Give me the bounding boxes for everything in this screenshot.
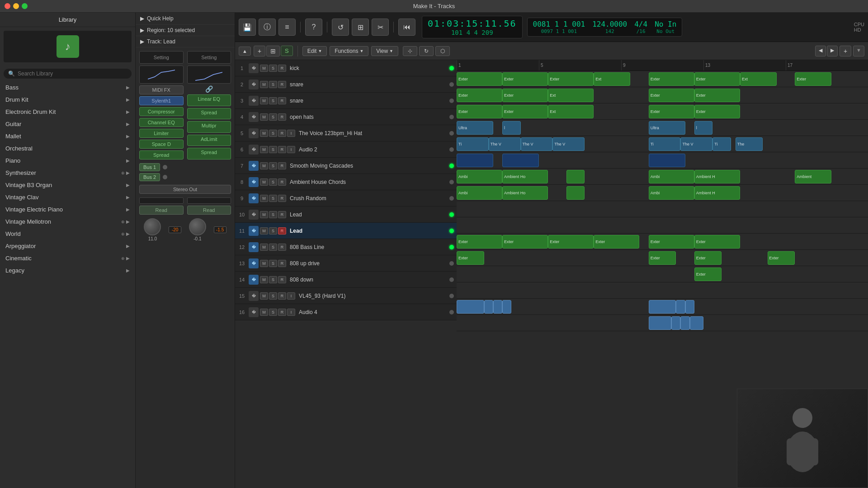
clip[interactable]: The V [489,137,521,151]
clip[interactable]: Ext [548,89,594,102]
record-btn[interactable]: R [278,97,286,104]
solo-btn[interactable]: S [269,65,277,72]
track-row[interactable]: 5 � M S R I The Voice 123bpm_Hi Hat [235,125,457,141]
mute-btn[interactable]: M [260,309,268,316]
loop-tool-btn[interactable]: ↻ [419,46,434,56]
library-item-electronic-drum-kit[interactable]: Electronic Drum Kit▶ [0,106,135,118]
clip[interactable] [457,300,484,314]
solo-btn[interactable]: S [269,309,277,316]
functions-btn[interactable]: Functions ▼ [330,46,368,56]
clip[interactable] [649,300,676,314]
track-header[interactable]: ▶ Track: Lead [136,36,235,47]
clip[interactable] [680,316,689,330]
track-row[interactable]: 10 � M S R Lead [235,206,457,223]
i-btn[interactable]: I [287,130,295,137]
clip[interactable] [671,316,680,330]
clip[interactable]: Ambient Ho [502,170,548,183]
solo-btn[interactable]: S [269,146,277,153]
clip[interactable]: Exter [502,235,548,249]
read2-btn[interactable]: Read [187,206,231,215]
library-item-bass[interactable]: Bass▶ [0,81,135,94]
clip[interactable]: Exter [694,251,722,265]
library-item-vintage-electric-piano[interactable]: Vintage Electric Piano▶ [0,203,135,216]
clip[interactable] [649,154,685,167]
clip[interactable]: Exter [457,89,502,102]
clip[interactable] [649,316,672,330]
clip[interactable]: The [736,137,763,151]
clip[interactable] [685,300,694,314]
clip[interactable]: Ti [649,137,681,151]
clip[interactable] [502,154,539,167]
library-item-vintage-mellotron[interactable]: Vintage Mellotron⊕▶ [0,216,135,228]
adlimit-btn[interactable]: AdLimit [187,135,231,146]
clip[interactable]: Ambi [649,186,694,200]
clip[interactable]: Exter [502,89,548,102]
mute-btn[interactable]: M [260,227,268,235]
stereo-out-btn[interactable]: Stereo Out [139,185,231,194]
close-button[interactable] [5,3,10,9]
track-row[interactable]: 16 � M S R I Audio 4 [235,304,457,320]
track-row[interactable]: 15 � M S R I VL45_93 (Hard V1) [235,288,457,304]
clip[interactable]: Exter [457,105,502,118]
mute-btn[interactable]: M [260,113,268,121]
record-btn[interactable]: R [278,244,286,251]
spread3-btn[interactable]: Spread [187,148,231,160]
solo-btn[interactable]: S [269,130,277,137]
spaced-btn[interactable]: Space D [139,140,184,149]
record-btn[interactable]: R [278,65,286,72]
clip[interactable]: Ti [457,137,489,151]
track-row[interactable]: 7 � M S R Smooth Moving Cascades [235,158,457,174]
clip[interactable] [457,154,493,167]
clip[interactable]: Exter [795,72,831,86]
solo-btn[interactable]: S [269,178,277,186]
library-item-arpeggiator[interactable]: Arpeggiator▶ [0,240,135,252]
clip[interactable]: Ambi [649,170,694,183]
mute-btn[interactable]: M [260,195,268,202]
scissors-icon-btn[interactable]: ✂ [372,19,389,36]
record-btn[interactable]: R [278,113,286,121]
record-btn[interactable]: R [278,178,286,186]
clip[interactable]: Exter [457,251,484,265]
track-nav-right[interactable]: ▶ [827,46,838,56]
solo-btn[interactable]: S [269,292,277,300]
record-btn[interactable]: R [278,309,286,316]
sylenth1-btn[interactable]: Sylenth1 [139,96,184,105]
info-icon-btn[interactable]: ⓘ [259,19,276,36]
library-item-world[interactable]: World⊕▶ [0,228,135,240]
record-btn[interactable]: R [278,211,286,218]
clip[interactable]: The V [552,137,585,151]
channeleq-btn[interactable]: Channel EQ [139,118,184,127]
clip[interactable]: The V [521,137,553,151]
clip[interactable] [484,300,493,314]
midi-fx-label[interactable]: MIDI FX [139,85,184,94]
record-btn[interactable]: R [278,227,286,235]
clip[interactable]: Ext [594,72,630,86]
solo-btn[interactable]: S [269,276,277,283]
clip[interactable]: Ambient H [694,170,740,183]
record-btn[interactable]: R [278,292,286,300]
record-btn[interactable]: R [278,195,286,202]
library-item-legacy[interactable]: Legacy▶ [0,264,135,277]
track-row[interactable]: 13 � M S R 808 up drive [235,255,457,272]
knob1[interactable] [144,218,161,235]
library-item-guitar[interactable]: Guitar▶ [0,118,135,130]
solo-btn[interactable]: S [269,211,277,218]
zoom-add-btn[interactable]: + [840,46,851,56]
file-icon-btn[interactable]: 💾 [239,19,256,36]
clip[interactable] [502,300,511,314]
clip[interactable]: Ambient Ho [502,186,548,200]
add-region-btn[interactable]: ⊞ [266,46,280,56]
clip[interactable]: The V [680,137,712,151]
track-row[interactable]: 2 � M S R snare [235,76,457,93]
library-item-drum-kit[interactable]: Drum Kit▶ [0,94,135,106]
clip[interactable] [566,186,585,200]
mute-btn[interactable]: M [260,97,268,104]
mute-btn[interactable]: M [260,81,268,88]
clip[interactable]: Exter [768,251,795,265]
bus1-btn[interactable]: Bus 1 [139,163,160,171]
track-row[interactable]: 1 � M S R kick [235,60,457,76]
spread1-btn[interactable]: Spread [139,150,184,160]
clip[interactable]: Exter [457,72,502,86]
clip[interactable]: Exter [694,105,740,118]
clip[interactable] [493,300,502,314]
